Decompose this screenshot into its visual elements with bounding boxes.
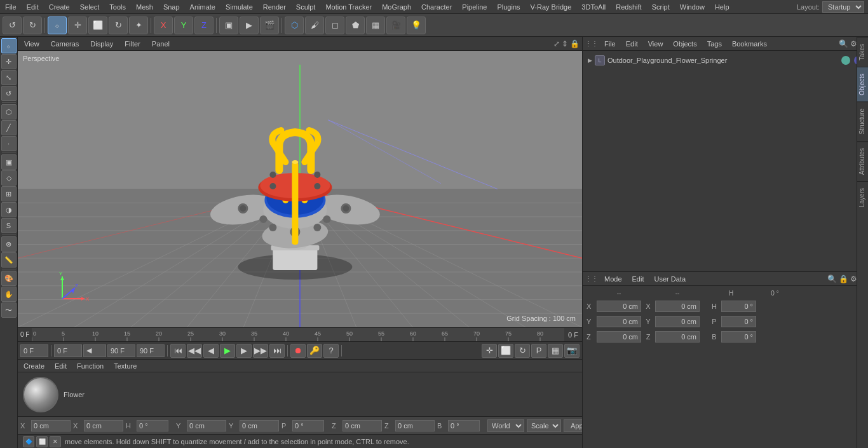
objects-bookmarks-menu[interactable]: Bookmarks	[728, 39, 771, 49]
frame-end-input2[interactable]: 90 F	[137, 344, 165, 357]
coord-b-input[interactable]	[448, 420, 480, 431]
attr-edit-menu[interactable]: Edit	[628, 274, 648, 284]
attr-y-pos-input[interactable]	[597, 316, 641, 327]
coord-p-input[interactable]	[292, 420, 324, 431]
render-preview-button[interactable]: ▶	[240, 17, 259, 34]
menu-redshift[interactable]: Redshift	[611, 2, 646, 12]
grid-button[interactable]: ▦	[548, 344, 563, 358]
apply-button[interactable]: Apply	[564, 419, 582, 432]
objects-tags-menu[interactable]: Tags	[703, 39, 726, 49]
next-frame-button[interactable]: ▶▶	[253, 344, 268, 358]
auto-key-button[interactable]: 🔑	[307, 344, 322, 358]
objects-objects-menu[interactable]: Objects	[669, 39, 700, 49]
scale-select[interactable]: Scale Size	[527, 419, 561, 432]
attr-h-input[interactable]	[721, 301, 756, 312]
measure-button[interactable]: 📏	[1, 252, 17, 268]
viewport-display-menu[interactable]: Display	[86, 39, 117, 49]
3d-viewport[interactable]: Perspective Grid Spacing : 100 cm X Y Z	[18, 51, 582, 327]
attr-lock-icon[interactable]: 🔒	[839, 275, 848, 283]
menu-file[interactable]: File	[0, 2, 22, 12]
viewport-settings-icon[interactable]: ⇕	[562, 39, 568, 48]
attr-mode-menu[interactable]: Mode	[600, 274, 626, 284]
menu-simulate[interactable]: Simulate	[220, 2, 258, 12]
frame-start-input[interactable]: 0 F	[54, 344, 82, 357]
coord-x2-input[interactable]	[84, 420, 123, 431]
frame-end-input1[interactable]: 90 F	[107, 344, 135, 357]
objects-edit-menu[interactable]: Edit	[622, 39, 642, 49]
extrude-button[interactable]: ▣	[1, 154, 17, 170]
status-icon-1[interactable]: 🔷	[23, 436, 34, 447]
menu-window[interactable]: Window	[675, 2, 710, 12]
timeline-ruler[interactable]: 0 5 10 15 20 25 30 35 40	[32, 328, 564, 342]
attr-userdata-menu[interactable]: User Data	[651, 274, 690, 284]
current-frame-input[interactable]: 0 F	[20, 344, 48, 357]
paint-button[interactable]: 🖌	[305, 17, 324, 34]
goto-start-button[interactable]: ⏮	[170, 344, 186, 358]
tab-structure[interactable]: Structure	[857, 102, 868, 141]
search-icon[interactable]: 🔍	[839, 39, 848, 48]
goto-end-button[interactable]: ⏭	[269, 344, 285, 358]
status-icon-2[interactable]: ⬜	[36, 436, 48, 447]
material-create-menu[interactable]: Create	[20, 362, 48, 370]
attr-y-size-input[interactable]	[655, 316, 700, 327]
z-axis-button[interactable]: Z	[194, 17, 214, 34]
menu-create[interactable]: Create	[44, 2, 75, 12]
camera-button[interactable]: 🎥	[386, 17, 405, 34]
menu-edit[interactable]: Edit	[22, 2, 44, 12]
menu-mograph[interactable]: MoGraph	[377, 2, 416, 12]
tab-layers[interactable]: Layers	[857, 181, 868, 214]
record-button[interactable]: ⏺	[290, 344, 306, 358]
menu-snap[interactable]: Snap	[158, 2, 185, 12]
select-tool-button[interactable]: ⬦	[1, 38, 17, 53]
material-function-menu[interactable]: Function	[74, 362, 107, 370]
viewport-lock-icon[interactable]: 🔒	[570, 39, 580, 48]
tab-takes[interactable]: Takes	[857, 37, 868, 67]
polygon-tool-button[interactable]: ⬡	[1, 104, 17, 119]
objects-file-menu[interactable]: File	[600, 39, 620, 49]
viewport-panel-menu[interactable]: Panel	[148, 39, 173, 49]
redo-button[interactable]: ↻	[23, 17, 42, 34]
frame-start-arrow[interactable]	[83, 344, 106, 357]
tab-attributes[interactable]: Attributes	[857, 141, 868, 181]
menu-plugins[interactable]: Plugins	[492, 2, 525, 12]
move-mode-button[interactable]: ✛	[482, 344, 497, 358]
palette-button[interactable]: P	[531, 344, 546, 358]
viewport-cameras-menu[interactable]: Cameras	[47, 39, 83, 49]
prev-step-button[interactable]: ◀	[203, 344, 219, 358]
view-cube-button[interactable]: ⬡	[285, 17, 304, 34]
snap-tool-button[interactable]: ⊗	[1, 236, 17, 252]
coord-y-input[interactable]	[187, 420, 226, 431]
object-visibility-dot[interactable]	[841, 56, 850, 65]
menu-character[interactable]: Character	[416, 2, 457, 12]
attr-x-pos-input[interactable]	[597, 301, 641, 312]
bevel-button[interactable]: ◇	[1, 170, 17, 186]
menu-mesh[interactable]: Mesh	[131, 2, 158, 12]
sculpt-tool-button[interactable]: ✋	[1, 287, 17, 302]
move-tool-left-button[interactable]: ✛	[1, 54, 17, 69]
coord-h-input[interactable]	[137, 420, 168, 431]
scale-tool-button[interactable]: ⬜	[88, 17, 107, 34]
loop-cut-button[interactable]: ⊞	[1, 186, 17, 201]
coord-z-input[interactable]	[342, 420, 382, 431]
x-axis-button[interactable]: X	[154, 17, 173, 34]
y-axis-button[interactable]: Y	[174, 17, 193, 34]
scale-tool-left-button[interactable]: ⤡	[1, 70, 17, 85]
menu-3dtoall[interactable]: 3DToAll	[576, 2, 611, 12]
loop-select-button[interactable]: ⬟	[346, 17, 365, 34]
menu-tools[interactable]: Tools	[104, 2, 131, 12]
render-region-button[interactable]: ▣	[219, 17, 238, 34]
coord-z2-input[interactable]	[395, 420, 435, 431]
attr-z-pos-input[interactable]	[597, 331, 641, 343]
hair-tool-button[interactable]: 〜	[1, 302, 17, 318]
transform-tool-button[interactable]: ✦	[129, 17, 148, 34]
world-select[interactable]: World Object	[487, 419, 524, 432]
magnet-button[interactable]: ◑	[1, 202, 17, 217]
select-button[interactable]: ◻	[325, 17, 344, 34]
material-texture-menu[interactable]: Texture	[111, 362, 140, 370]
paint-tool-button[interactable]: 🎨	[1, 271, 17, 286]
attr-p-input[interactable]	[721, 316, 756, 327]
menu-sculpt[interactable]: Sculpt	[291, 2, 321, 12]
menu-vray[interactable]: V-Ray Bridge	[526, 2, 577, 12]
undo-button[interactable]: ↺	[3, 17, 22, 34]
play-button[interactable]: ▶	[220, 344, 235, 358]
